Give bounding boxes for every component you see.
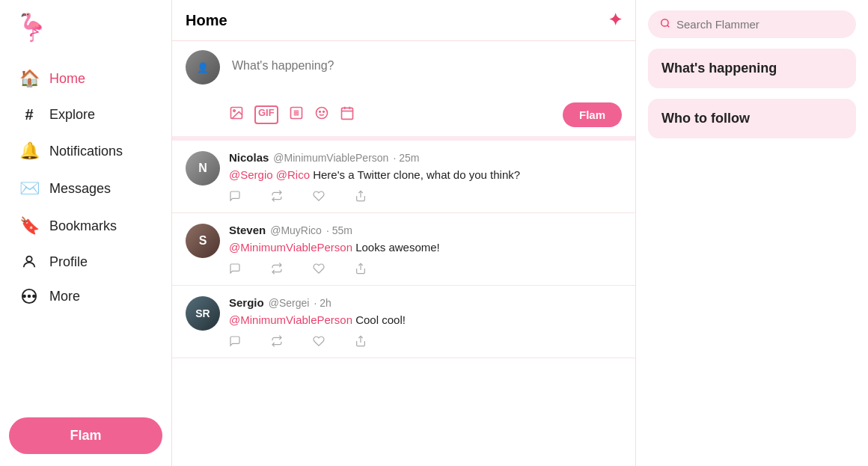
like-button[interactable] [313, 335, 325, 347]
tweet-row: S Steven @MuyRico · 55m @MinimumViablePe… [172, 213, 635, 286]
explore-icon: # [19, 106, 39, 123]
tweet-handle: @Sergei [269, 297, 310, 309]
home-icon: 🏠 [19, 69, 39, 88]
tweet-content-nicolas: Nicolas @MinimumViablePerson · 25m @Serg… [229, 151, 622, 202]
search-bar [648, 10, 856, 38]
tweet-avatar-nicolas: N [186, 151, 220, 186]
tweet-text: @Sergio @Rico Here's a Twitter clone, wh… [229, 167, 622, 183]
tweet-name: Steven [229, 224, 266, 236]
flamingo-logo: 🦩 [15, 12, 49, 43]
svg-point-21 [661, 19, 668, 26]
sidebar-label-more: More [49, 289, 80, 304]
retweet-button[interactable] [271, 263, 283, 275]
whats-happening-section: What's happening [648, 49, 856, 88]
sidebar-label-messages: Messages [49, 181, 111, 197]
like-button[interactable] [313, 190, 325, 202]
sidebar-item-bookmarks[interactable]: 🔖 Bookmarks [9, 209, 162, 243]
reply-button[interactable] [229, 335, 241, 347]
retweet-button[interactable] [271, 190, 283, 202]
sidebar-item-profile[interactable]: Profile [9, 246, 162, 278]
tweet-header-nicolas: Nicolas @MinimumViablePerson · 25m [229, 151, 622, 164]
messages-icon: ✉️ [19, 179, 39, 198]
share-button[interactable] [355, 190, 367, 202]
tweet-header-sergio: Sergio @Sergei · 2h [229, 296, 622, 309]
sidebar-label-profile: Profile [49, 254, 88, 270]
tweet-time: · 2h [314, 297, 331, 309]
compose-avatar: 👤 [186, 50, 220, 85]
feed-header: Home ✦ [172, 0, 635, 41]
feed-title: Home [186, 12, 227, 29]
share-button[interactable] [355, 335, 367, 347]
who-to-follow-title: Who to follow [661, 111, 750, 126]
sidebar-item-notifications[interactable]: 🔔 Notifications [9, 134, 162, 168]
compose-input[interactable] [229, 50, 622, 95]
sidebar-label-notifications: Notifications [49, 144, 123, 159]
tweet-row: N Nicolas @MinimumViablePerson · 25m @Se… [172, 141, 635, 213]
list-icon[interactable] [289, 105, 304, 124]
retweet-button[interactable] [271, 335, 283, 347]
tweet-time: · 25m [393, 152, 419, 164]
main-feed: Home ✦ 👤 GIF [172, 0, 636, 466]
flam-main-button[interactable]: Flam [9, 417, 162, 454]
tweet-actions [229, 335, 622, 347]
sidebar-label-explore: Explore [49, 107, 95, 123]
tweet-handle: @MuyRico [270, 224, 322, 236]
sparkle-icon[interactable]: ✦ [608, 10, 622, 30]
svg-point-1 [23, 295, 25, 298]
sidebar: 🦩 🏠 Home # Explore 🔔 Notifications ✉️ Me… [0, 0, 172, 466]
tweet-handle: @MinimumViablePerson [273, 152, 388, 164]
tweet-actions [229, 263, 622, 275]
tweet-avatar-steven: S [186, 224, 220, 258]
bookmarks-icon: 🔖 [19, 216, 39, 236]
svg-point-12 [319, 111, 320, 113]
tweet-content-sergio: Sergio @Sergei · 2h @MinimumViablePerson… [229, 296, 622, 347]
search-input[interactable] [676, 18, 844, 31]
profile-icon [19, 254, 39, 270]
reply-button[interactable] [229, 190, 241, 202]
tweet-name: Sergio [229, 296, 264, 309]
compose-top: 👤 [186, 50, 622, 95]
tweet-row: SR Sergio @Sergei · 2h @MinimumViablePer… [172, 286, 635, 358]
svg-line-22 [667, 25, 670, 28]
right-sidebar: What's happening Who to follow [636, 0, 868, 466]
compose-area: 👤 GIF [172, 41, 635, 141]
compose-toolbar: GIF [186, 102, 622, 127]
search-icon [660, 18, 670, 31]
image-icon[interactable] [229, 105, 244, 124]
logo-area: 🦩 [9, 12, 49, 43]
sidebar-item-home[interactable]: 🏠 Home [9, 61, 162, 96]
tweet-avatar-sergio: SR [186, 296, 220, 331]
sidebar-item-messages[interactable]: ✉️ Messages [9, 171, 162, 206]
whats-happening-title: What's happening [661, 61, 777, 76]
tweet-text: @MinimumViablePerson Cool cool! [229, 312, 622, 328]
svg-point-3 [33, 295, 35, 298]
sidebar-item-more[interactable]: More [9, 280, 162, 312]
who-to-follow-section: Who to follow [648, 99, 856, 138]
svg-point-2 [28, 295, 31, 298]
svg-point-11 [316, 108, 327, 119]
svg-rect-14 [341, 108, 352, 119]
sidebar-label-bookmarks: Bookmarks [49, 218, 117, 234]
calendar-icon[interactable] [340, 105, 355, 124]
gif-icon[interactable]: GIF [254, 105, 278, 124]
svg-point-0 [26, 257, 31, 262]
tweet-time: · 55m [326, 224, 352, 236]
tweet-header-steven: Steven @MuyRico · 55m [229, 224, 622, 236]
compose-icons: GIF [229, 105, 355, 124]
tweet-actions [229, 190, 622, 202]
svg-point-6 [233, 110, 236, 112]
share-button[interactable] [355, 263, 367, 275]
svg-point-13 [323, 111, 324, 113]
like-button[interactable] [313, 263, 325, 275]
sidebar-label-home: Home [49, 71, 85, 87]
tweet-text: @MinimumViablePerson Looks awesome! [229, 239, 622, 255]
notifications-icon: 🔔 [19, 141, 39, 161]
reply-button[interactable] [229, 263, 241, 275]
emoji-icon[interactable] [314, 105, 329, 124]
more-icon [19, 288, 39, 304]
tweet-content-steven: Steven @MuyRico · 55m @MinimumViablePers… [229, 224, 622, 275]
sidebar-item-explore[interactable]: # Explore [9, 99, 162, 131]
tweet-name: Nicolas [229, 151, 269, 164]
post-button[interactable]: Flam [563, 102, 622, 127]
